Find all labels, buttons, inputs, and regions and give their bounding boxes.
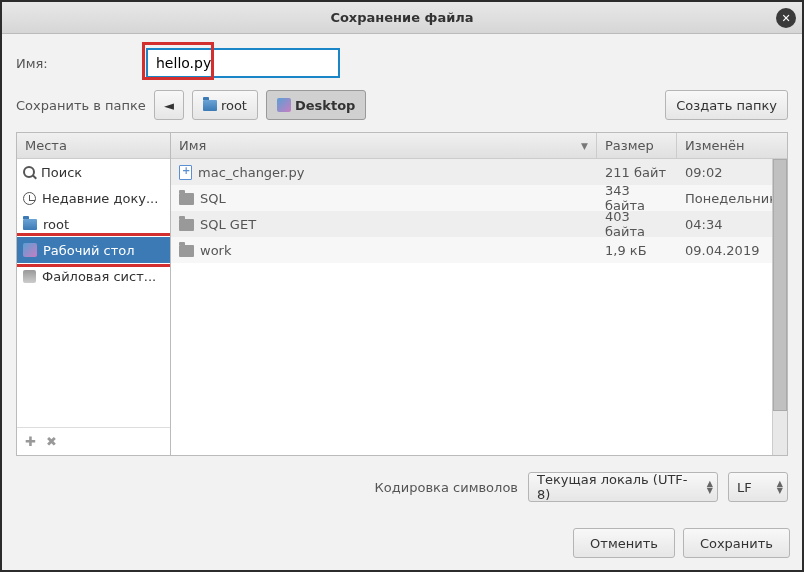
file-name: work: [200, 243, 231, 258]
vertical-scrollbar[interactable]: [772, 159, 787, 455]
action-row: Отменить Сохранить: [2, 520, 802, 570]
sidebar-item-desktop[interactable]: Рабочий стол: [17, 237, 170, 263]
file-size: 211 байт: [597, 165, 677, 180]
breadcrumb-desktop-label: Desktop: [295, 98, 355, 113]
encoding-value: Текущая локаль (UTF-8): [537, 472, 693, 502]
column-name[interactable]: Имя ▼: [171, 133, 597, 158]
encoding-row: Кодировка символов Текущая локаль (UTF-8…: [16, 468, 788, 506]
sidebar-item-label: Файловая сист...: [42, 269, 156, 284]
file-modified: 09:02: [677, 165, 787, 180]
file-name: SQL GET: [200, 217, 256, 232]
dialog-title: Сохранение файла: [330, 10, 473, 25]
file-list: mac_changer.py 211 байт 09:02 SQL 343 ба…: [171, 159, 787, 455]
save-in-label: Сохранить в папке: [16, 98, 146, 113]
clock-icon: [23, 192, 36, 205]
file-row[interactable]: SQL GET 403 байта 04:34: [171, 211, 787, 237]
places-list: Поиск Недавние доку... root Рабочий стол: [17, 159, 170, 427]
spinner-icon: ▲▼: [707, 480, 713, 494]
cancel-button[interactable]: Отменить: [573, 528, 675, 558]
file-pane: Имя ▼ Размер Изменён mac_changer.py 211 …: [171, 132, 788, 456]
sidebar-item-filesystem[interactable]: Файловая сист...: [17, 263, 170, 289]
file-row[interactable]: SQL 343 байта Понедельник: [171, 185, 787, 211]
sidebar-item-label: Рабочий стол: [43, 243, 134, 258]
path-back-button[interactable]: ◄: [154, 90, 184, 120]
column-name-label: Имя: [179, 138, 206, 153]
file-row[interactable]: mac_changer.py 211 байт 09:02: [171, 159, 787, 185]
folder-icon: [23, 219, 37, 230]
desktop-icon: [277, 98, 291, 112]
remove-bookmark-button[interactable]: ✖: [46, 434, 57, 449]
close-button[interactable]: ✕: [776, 8, 796, 28]
file-modified: 09.04.2019: [677, 243, 787, 258]
breadcrumb-desktop[interactable]: Desktop: [266, 90, 366, 120]
file-row[interactable]: work 1,9 кБ 09.04.2019: [171, 237, 787, 263]
sidebar-item-label: root: [43, 217, 69, 232]
column-size[interactable]: Размер: [597, 133, 677, 158]
create-folder-button[interactable]: Создать папку: [665, 90, 788, 120]
lineending-value: LF: [737, 480, 752, 495]
file-modified: Понедельник: [677, 191, 787, 206]
breadcrumb-root-label: root: [221, 98, 247, 113]
places-header: Места: [17, 133, 170, 159]
add-bookmark-button[interactable]: ✚: [25, 434, 36, 449]
column-modified[interactable]: Изменён: [677, 133, 787, 158]
spinner-icon: ▲▼: [777, 480, 783, 494]
filename-row: Имя:: [16, 48, 788, 78]
search-icon: [23, 166, 35, 178]
save-button[interactable]: Сохранить: [683, 528, 790, 558]
main-area: Места Поиск Недавние доку... root: [16, 132, 788, 456]
sidebar-item-label: Недавние доку...: [42, 191, 158, 206]
sort-indicator-icon: ▼: [581, 141, 588, 151]
folder-icon: [179, 193, 194, 205]
file-modified: 04:34: [677, 217, 787, 232]
file-name: SQL: [200, 191, 226, 206]
file-size: 1,9 кБ: [597, 243, 677, 258]
sidebar-item-recent[interactable]: Недавние доку...: [17, 185, 170, 211]
file-header: Имя ▼ Размер Изменён: [171, 133, 787, 159]
path-row: Сохранить в папке ◄ root Desktop Создать…: [16, 90, 788, 120]
sidebar-item-label: Поиск: [41, 165, 82, 180]
dialog-content: Имя: Сохранить в папке ◄ root Desktop Со…: [2, 34, 802, 520]
sidebar-item-search[interactable]: Поиск: [17, 159, 170, 185]
titlebar: Сохранение файла ✕: [2, 2, 802, 34]
encoding-select[interactable]: Текущая локаль (UTF-8) ▲▼: [528, 472, 718, 502]
places-sidebar: Места Поиск Недавние доку... root: [16, 132, 171, 456]
filename-input[interactable]: [146, 48, 340, 78]
file-name: mac_changer.py: [198, 165, 304, 180]
disk-icon: [23, 270, 36, 283]
folder-icon: [179, 219, 194, 231]
filename-label: Имя:: [16, 56, 136, 71]
sidebar-footer: ✚ ✖: [17, 427, 170, 455]
breadcrumb-root[interactable]: root: [192, 90, 258, 120]
encoding-label: Кодировка символов: [375, 480, 518, 495]
sidebar-item-desktop-wrapper: Рабочий стол: [17, 237, 170, 263]
desktop-icon: [23, 243, 37, 257]
file-icon: [179, 165, 192, 180]
scrollbar-thumb[interactable]: [773, 159, 787, 411]
file-size: 403 байта: [597, 209, 677, 239]
folder-icon: [179, 245, 194, 257]
lineending-select[interactable]: LF ▲▼: [728, 472, 788, 502]
filename-input-wrapper: [146, 48, 788, 78]
folder-icon: [203, 100, 217, 111]
sidebar-item-root[interactable]: root: [17, 211, 170, 237]
save-file-dialog: Сохранение файла ✕ Имя: Сохранить в папк…: [0, 0, 804, 572]
